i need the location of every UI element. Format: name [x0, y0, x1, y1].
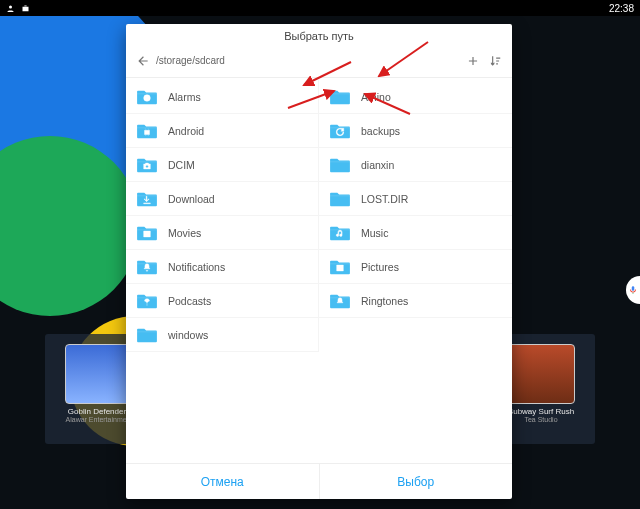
folder-icon: [329, 88, 351, 106]
svg-point-1: [146, 165, 149, 168]
folder-item[interactable]: Alarms: [126, 80, 319, 114]
dialog-title: Выбрать путь: [126, 24, 512, 44]
folder-label: Music: [361, 227, 388, 239]
folder-item[interactable]: DCIM: [126, 148, 319, 182]
clock: 22:38: [609, 3, 634, 14]
folder-label: LOST.DIR: [361, 193, 408, 205]
user-icon: [6, 4, 15, 13]
folder-item[interactable]: Amino: [319, 80, 512, 114]
new-folder-button[interactable]: [462, 50, 484, 72]
breadcrumb-path[interactable]: /storage/sdcard: [156, 55, 225, 66]
folder-item[interactable]: Notifications: [126, 250, 319, 284]
music-icon: [335, 230, 345, 238]
folder-icon: [329, 224, 351, 242]
app-thumbnail: [507, 344, 575, 404]
folder-icon: [136, 88, 158, 106]
folder-label: Amino: [361, 91, 391, 103]
folder-item[interactable]: Music: [319, 216, 512, 250]
folder-icon: [136, 122, 158, 140]
dialog-actions: Отмена Выбор: [126, 463, 512, 499]
folder-label: Movies: [168, 227, 201, 239]
folder-icon: [329, 258, 351, 276]
folder-label: Download: [168, 193, 215, 205]
folder-icon: [329, 292, 351, 310]
bell-icon: [142, 264, 152, 272]
folder-icon: [136, 224, 158, 242]
folder-item[interactable]: Movies: [126, 216, 319, 250]
folder-label: windows: [168, 329, 208, 341]
folder-label: DCIM: [168, 159, 195, 171]
movie-icon: [142, 230, 152, 238]
folder-item[interactable]: Podcasts: [126, 284, 319, 318]
android-icon: [142, 128, 152, 136]
app-thumbnail: [65, 344, 133, 404]
briefcase-icon: [21, 4, 30, 13]
dialog-toolbar: /storage/sdcard: [126, 44, 512, 78]
folder-icon: [136, 258, 158, 276]
folder-item[interactable]: windows: [126, 318, 319, 352]
folder-icon: [136, 156, 158, 174]
choose-button[interactable]: Выбор: [319, 464, 513, 499]
folder-icon: [136, 292, 158, 310]
folder-icon: [136, 326, 158, 344]
voice-search-button[interactable]: [626, 276, 640, 304]
folder-item[interactable]: Pictures: [319, 250, 512, 284]
folder-label: Android: [168, 125, 204, 137]
folder-icon: [329, 122, 351, 140]
folder-icon: [329, 190, 351, 208]
image-icon: [335, 264, 345, 272]
folder-grid: AlarmsAminoAndroidbackupsDCIMdianxinDown…: [126, 78, 512, 463]
sort-button[interactable]: [484, 50, 506, 72]
folder-icon: [329, 156, 351, 174]
cancel-button[interactable]: Отмена: [126, 464, 319, 499]
backup-icon: [335, 128, 345, 136]
folder-item[interactable]: Ringtones: [319, 284, 512, 318]
alarm-icon: [142, 94, 152, 102]
folder-item[interactable]: Download: [126, 182, 319, 216]
folder-item[interactable]: Android: [126, 114, 319, 148]
folder-icon: [136, 190, 158, 208]
folder-label: Alarms: [168, 91, 201, 103]
folder-label: Ringtones: [361, 295, 408, 307]
status-bar: 22:38: [0, 0, 640, 16]
folder-picker-dialog: Выбрать путь /storage/sdcard AlarmsAmino…: [126, 24, 512, 499]
camera-icon: [142, 162, 152, 170]
folder-item[interactable]: backups: [319, 114, 512, 148]
svg-point-0: [9, 5, 12, 8]
folder-item[interactable]: dianxin: [319, 148, 512, 182]
folder-label: dianxin: [361, 159, 394, 171]
folder-label: Notifications: [168, 261, 225, 273]
folder-item[interactable]: LOST.DIR: [319, 182, 512, 216]
folder-label: Pictures: [361, 261, 399, 273]
download-icon: [142, 196, 152, 204]
back-button[interactable]: [132, 50, 154, 72]
folder-label: Podcasts: [168, 295, 211, 307]
ringtone-icon: [335, 298, 345, 306]
folder-label: backups: [361, 125, 400, 137]
podcast-icon: [142, 298, 152, 306]
